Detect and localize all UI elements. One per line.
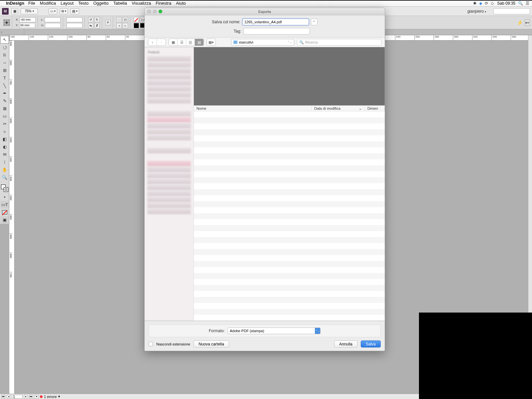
menu-aiuto[interactable]: Aiuto (176, 1, 186, 6)
col-name[interactable]: Nome (194, 106, 312, 110)
zoom-select[interactable]: 75% (21, 8, 38, 14)
hide-extension-checkbox[interactable] (149, 342, 153, 346)
y-input[interactable] (19, 23, 35, 28)
apply-none-icon[interactable] (0, 208, 9, 216)
reference-point[interactable] (3, 19, 10, 26)
sidebar-item[interactable] (147, 56, 191, 62)
preflight-menu-icon[interactable]: ▾ (58, 394, 60, 399)
h-input[interactable] (45, 23, 61, 28)
note-tool-icon[interactable]: ✉ (0, 151, 9, 158)
status-dropbox-icon[interactable]: ◈ (479, 1, 482, 6)
tag-input[interactable] (243, 28, 310, 35)
zoom-tool-icon[interactable]: 🔍 (0, 174, 9, 181)
menu-finestra[interactable]: Finestra (156, 1, 171, 6)
folder-path-select[interactable]: esecutivi ⌃⌄ (231, 39, 294, 46)
first-page-button[interactable]: ⏮ (1, 395, 5, 399)
select-prev-icon[interactable]: ◃ (116, 23, 122, 28)
sidebar-item[interactable] (147, 173, 191, 178)
coverflow-view-button[interactable]: ▤ (195, 39, 203, 46)
status-wifi-icon[interactable]: ◇ (491, 1, 494, 6)
rotate-cw-icon[interactable]: ↻ (94, 17, 100, 22)
sidebar-item[interactable] (147, 209, 191, 214)
scale-y-input[interactable] (66, 23, 82, 28)
open-pages-icon[interactable]: ▾ (35, 395, 39, 399)
quick-apply-icon[interactable]: ⚡ (517, 20, 523, 25)
menu-modifica[interactable]: Modifica (40, 1, 56, 6)
gap-tool-icon[interactable]: ↔ (0, 59, 9, 66)
back-button[interactable]: ‹ (148, 39, 157, 46)
last-page-button[interactable]: ⏭ (29, 395, 33, 399)
col-date[interactable]: Data di modifica⌄ (312, 106, 365, 111)
apply-color-icon[interactable]: ▪ (0, 193, 9, 201)
window-zoom-icon[interactable] (159, 10, 162, 13)
sidebar-item[interactable] (147, 80, 191, 85)
collapse-button[interactable]: ˄ (311, 19, 318, 25)
eyedropper-tool-icon[interactable]: ⁞ (0, 158, 9, 166)
direct-selection-tool-icon[interactable]: ⭯ (0, 44, 9, 51)
sidebar-item[interactable] (147, 86, 191, 91)
pencil-tool-icon[interactable]: ✎ (0, 97, 9, 105)
select-next-icon[interactable]: ▹ (123, 23, 128, 28)
help-search-input[interactable] (493, 8, 530, 14)
flip-v-icon[interactable]: ⇵ (94, 23, 100, 28)
x-input[interactable] (20, 17, 36, 22)
sidebar-item[interactable] (147, 167, 191, 172)
dialog-titlebar[interactable]: Esporta (145, 8, 385, 15)
list-view-button[interactable]: ☰ (178, 39, 186, 46)
file-list[interactable] (194, 111, 385, 321)
next-page-button[interactable]: ▸ (24, 395, 28, 399)
sidebar-item[interactable] (147, 92, 191, 97)
close-tab-icon[interactable]: × (1, 31, 2, 34)
menu-clock[interactable]: Sab 09:35 (497, 1, 515, 6)
status-sync-icon[interactable]: ⟳ (485, 1, 488, 6)
menu-list-icon[interactable]: ☰ (526, 1, 529, 6)
screen-mode-tool-icon[interactable]: ▣ (0, 216, 9, 224)
stroke-swatch-icon[interactable] (134, 23, 139, 28)
flip-h-icon[interactable]: ⇋ (88, 23, 93, 28)
cancel-button[interactable]: Annulla (334, 340, 357, 347)
preflight-status[interactable]: 1 errore (44, 395, 57, 399)
selection-tool-icon[interactable]: ↖ (0, 36, 9, 44)
menu-visualizza[interactable]: Visualizza (132, 1, 151, 6)
rectangle-tool-icon[interactable]: ▭ (0, 112, 9, 120)
status-runner-icon[interactable]: ✱ (473, 1, 476, 6)
window-close-icon[interactable] (147, 10, 151, 13)
col-dimension[interactable]: Dimen (365, 106, 385, 110)
content-collector-tool-icon[interactable]: ⊞ (0, 66, 9, 74)
spotlight-icon[interactable]: 🔍 (518, 1, 523, 6)
save-button[interactable]: Salva (361, 340, 381, 347)
sidebar-item[interactable] (147, 185, 191, 190)
view-options-button[interactable]: ▭ (49, 8, 57, 14)
column-view-button[interactable]: ||| (186, 39, 195, 46)
screen-mode-button[interactable]: ⧉ (60, 8, 68, 14)
menu-file[interactable]: File (28, 1, 35, 6)
fill-none-icon[interactable] (134, 17, 139, 22)
preflight-error-icon[interactable] (40, 395, 43, 398)
sidebar-item[interactable] (147, 191, 191, 196)
menu-tabella[interactable]: Tabella (113, 1, 127, 6)
format-select[interactable]: Adobe PDF (stampa) ⌃⌄ (227, 328, 321, 334)
sidebar-item[interactable] (147, 62, 191, 67)
hand-tool-icon[interactable]: ✋ (0, 166, 9, 174)
new-folder-button[interactable]: Nuova cartella (194, 340, 229, 347)
prev-page-button[interactable]: ◂ (7, 395, 11, 399)
select-content-icon[interactable]: ◰ (123, 17, 128, 22)
app-menu[interactable]: InDesign (6, 1, 24, 6)
formatting-container-icon[interactable]: ▭T (0, 201, 9, 208)
page-tool-icon[interactable]: ⎘ (0, 51, 9, 59)
menu-layout[interactable]: Layout (61, 1, 73, 6)
finder-sidebar[interactable]: Preferiti (145, 47, 194, 321)
scissors-tool-icon[interactable]: ✂ (0, 120, 9, 128)
sidebar-item[interactable] (147, 179, 191, 184)
menu-testo[interactable]: Testo (78, 1, 88, 6)
sidebar-item[interactable] (147, 161, 191, 166)
pen-tool-icon[interactable]: ✒ (0, 89, 9, 97)
sidebar-item[interactable] (147, 203, 191, 208)
bridge-icon[interactable]: ▦ (11, 8, 18, 14)
group-button[interactable]: ▦▾ (207, 39, 215, 46)
sidebar-item[interactable] (147, 74, 191, 79)
free-transform-tool-icon[interactable]: ⟐ (0, 128, 9, 135)
sidebar-item[interactable] (147, 111, 191, 116)
menu-oggetto[interactable]: Oggetto (93, 1, 108, 6)
gradient-swatch-tool-icon[interactable]: ◧ (0, 135, 9, 143)
